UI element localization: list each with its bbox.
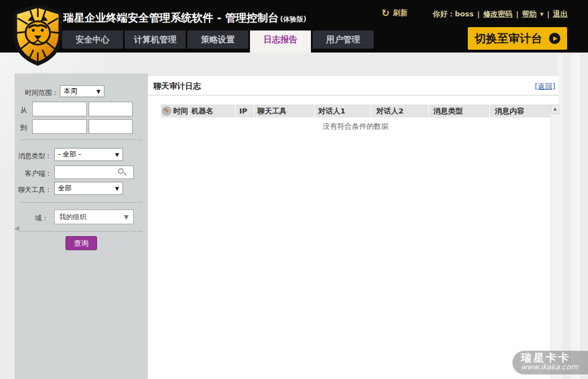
column-header-time: 时间 [172, 104, 189, 117]
scroll-up-button[interactable]: ▲ [551, 104, 559, 114]
tab-label: 用户管理 [326, 34, 360, 45]
client-search [54, 165, 134, 179]
search-icon[interactable] [118, 168, 124, 174]
time-range-value: 本周 [64, 86, 77, 96]
background-decoration [571, 54, 580, 379]
rising-lion-logo [11, 3, 64, 67]
column-header-chat-tool: 聊天工具 [254, 104, 315, 117]
separator: | [477, 10, 480, 19]
tab-policy-settings[interactable]: 策略设置 [187, 31, 248, 49]
page: 瑞星企业终端安全管理系统软件 - 管理控制台(体验版) ↻ 刷新 你好：boss… [0, 0, 588, 379]
watermark-url: www.ikaka.com [521, 363, 588, 371]
message-type-value: - 全部 - [58, 150, 81, 159]
main-nav-tabs: 安全中心 计算机管理 策略设置 日志报告 用户管理 [62, 31, 374, 53]
domain-value: 我的组织 [59, 212, 86, 222]
watermark-brand: 瑞星卡卡 [521, 352, 588, 364]
column-header-person1: 对话人1 [315, 104, 371, 117]
change-password-link[interactable]: 修改密码 [483, 9, 512, 19]
ikaka-watermark: 瑞星卡卡 www.ikaka.com [512, 351, 588, 374]
column-header-message-content: 消息内容 [490, 104, 550, 117]
from-time-input[interactable] [89, 102, 133, 116]
play-circle-icon: ▶ [549, 33, 560, 44]
query-button[interactable]: 查询 [65, 236, 97, 250]
filter-sidebar: 时间范围： 本周 ▼ 从 到 消息类型： - 全部 - ▼ 客户端： 聊天工具：… [15, 73, 148, 379]
tab-security-center[interactable]: 安全中心 [62, 31, 123, 49]
message-type-select[interactable]: - 全部 - ▼ [54, 148, 123, 161]
separator: | [516, 10, 519, 19]
tab-user-management[interactable]: 用户管理 [313, 31, 374, 49]
column-header-ip: IP [236, 104, 254, 117]
header-bar: 瑞星企业终端安全管理系统软件 - 管理控制台(体验版) ↻ 刷新 你好：boss… [0, 0, 588, 53]
chevron-down-icon: ▼ [115, 186, 119, 191]
app-title-suffix: (体验版) [280, 15, 306, 23]
from-date-input[interactable] [32, 102, 87, 116]
separator: | [547, 10, 550, 19]
switch-to-audit-button[interactable]: 切换至审计台 ▶ [468, 27, 567, 50]
to-time-input[interactable] [89, 119, 133, 134]
chat-tool-select[interactable]: 全部 ▼ [54, 182, 123, 195]
chevron-down-icon: ▼ [115, 152, 119, 158]
chevron-down-icon: ▼ [124, 214, 129, 221]
divider [148, 95, 559, 95]
pencil-icon: ✎ [162, 106, 172, 116]
refresh-button[interactable]: ↻ 刷新 [381, 8, 407, 18]
client-label: 客户端： [15, 169, 52, 178]
domain-select[interactable]: 我的组织 ▼ [54, 210, 134, 224]
app-title: 瑞星企业终端安全管理系统软件 - 管理控制台(体验版) [63, 11, 306, 25]
to-date-input[interactable] [32, 119, 87, 134]
divider [20, 140, 142, 140]
table-header-row: ✎ 时间 机器名 IP 聊天工具 对话人1 对话人2 消息类型 消息内容 [161, 104, 550, 117]
to-label: 到 [15, 123, 27, 133]
table-scrollbar[interactable]: ▲ [550, 104, 559, 379]
logout-link[interactable]: 退出 [553, 9, 568, 19]
page-title: 聊天审计日志 [153, 81, 201, 92]
column-header-person2: 对话人2 [371, 104, 429, 117]
time-range-label: 时间范围： [15, 88, 59, 98]
message-type-label: 消息类型： [15, 151, 52, 161]
help-link[interactable]: 帮助 [522, 9, 537, 19]
query-button-label: 查询 [74, 238, 89, 249]
divider [20, 202, 142, 203]
help-dropdown-icon[interactable]: ▼ [540, 12, 543, 17]
chat-tool-label: 聊天工具： [15, 185, 52, 195]
column-header-machine: 机器名 [189, 104, 236, 117]
refresh-icon: ↻ [381, 8, 389, 18]
user-strip: 你好：boss | 修改密码 | 帮助 ▼ | 退出 [433, 9, 568, 19]
tab-label: 日志报告 [264, 34, 297, 45]
tab-label: 安全中心 [76, 34, 109, 45]
tab-log-report[interactable]: 日志报告 [250, 31, 311, 53]
chevron-down-icon: ▼ [96, 89, 100, 94]
empty-table-message: 没有符合条件的数据 [161, 121, 550, 132]
chat-tool-value: 全部 [58, 184, 72, 193]
edit-column-header: ✎ [161, 104, 172, 117]
time-range-select[interactable]: 本周 ▼ [60, 85, 104, 97]
sidebar-collapse-handle[interactable]: ◀ [14, 224, 19, 232]
main-content-panel: 聊天审计日志 [返回] ✎ 时间 机器名 IP 聊天工具 对话人1 对话人2 消… [148, 76, 559, 379]
tab-label: 策略设置 [201, 34, 235, 45]
refresh-label: 刷新 [393, 8, 407, 18]
from-label: 从 [15, 106, 27, 115]
user-greeting: 你好：boss [433, 9, 474, 19]
divider [20, 231, 142, 232]
app-title-text: 瑞星企业终端安全管理系统软件 - 管理控制台 [63, 11, 279, 24]
domain-label: 域： [15, 214, 49, 223]
column-header-message-type: 消息类型 [429, 104, 490, 117]
switch-button-label: 切换至审计台 [475, 31, 542, 46]
tab-label: 计算机管理 [134, 34, 177, 45]
back-link[interactable]: [返回] [535, 81, 555, 92]
tab-computer-management[interactable]: 计算机管理 [125, 31, 186, 49]
